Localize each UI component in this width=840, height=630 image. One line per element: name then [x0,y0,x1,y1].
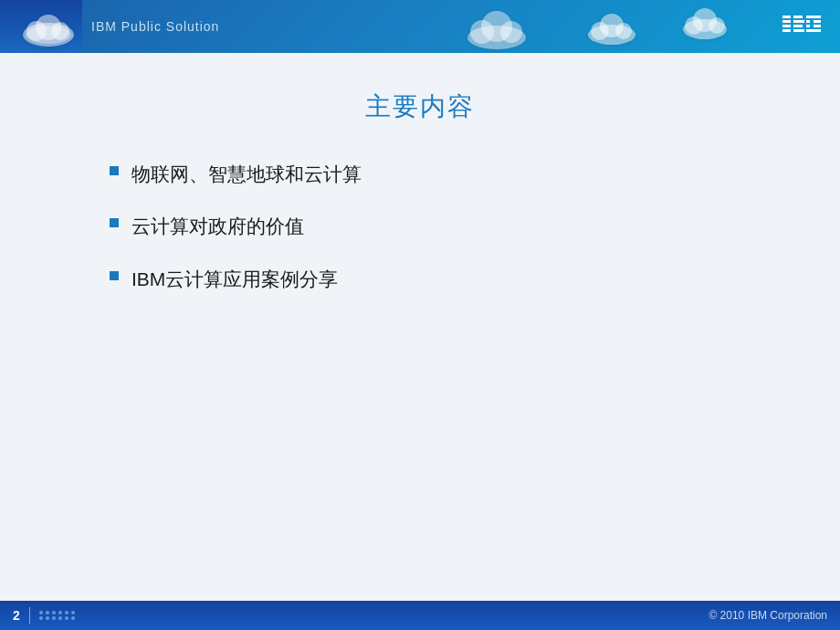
bullet-marker-2 [110,218,119,227]
bullet-marker-1 [110,166,119,175]
svg-point-16 [709,17,725,34]
footer-copyright: © 2010 IBM Corporation [709,609,827,622]
svg-rect-30 [806,29,821,32]
svg-rect-24 [793,29,804,32]
bullet-item-3: IBM云计算应用案例分享 [110,266,730,292]
slide-footer: 2 © 2010 IBM Corporation [0,601,840,630]
svg-point-8 [500,21,522,43]
svg-rect-19 [782,25,791,27]
header-title: IBM Public Solution [91,19,219,34]
svg-point-12 [615,23,632,39]
bullet-item-2: 云计算对政府的价值 [110,213,730,239]
svg-rect-23 [793,25,803,27]
svg-rect-29 [814,25,821,27]
svg-rect-28 [806,25,810,27]
cloud-icon-center [464,5,530,53]
slide-title: 主要内容 [365,89,475,124]
bullet-text-1: 物联网、智慧地球和云计算 [131,161,362,187]
svg-rect-17 [782,16,791,18]
footer-left: 2 [13,607,76,624]
bullet-list: 物联网、智慧地球和云计算 云计算对政府的价值 IBM云计算应用案例分享 [110,161,730,292]
svg-rect-21 [793,16,803,18]
svg-point-4 [26,26,71,44]
svg-rect-18 [782,20,791,23]
svg-rect-22 [793,20,804,23]
svg-rect-27 [814,20,821,23]
footer-divider [29,607,30,624]
bullet-text-3: IBM云计算应用案例分享 [131,266,338,292]
bullet-marker-3 [110,271,119,280]
bullet-item-1: 物联网、智慧地球和云计算 [110,161,730,187]
footer-decoration [39,611,76,620]
cloud-icon-right1 [584,7,639,49]
bullet-text-2: 云计算对政府的价值 [131,213,304,239]
ibm-logo [782,9,827,44]
cloud-icon-left [20,7,77,51]
svg-rect-26 [806,20,810,23]
svg-rect-20 [782,29,791,32]
svg-rect-25 [806,16,821,18]
slide-header: IBM Public Solution [0,0,840,53]
cloud-icon-right2 [679,4,730,44]
slide-main: 主要内容 物联网、智慧地球和云计算 云计算对政府的价值 IBM云计算应用案例分享 [0,53,840,601]
page-number: 2 [13,608,20,623]
